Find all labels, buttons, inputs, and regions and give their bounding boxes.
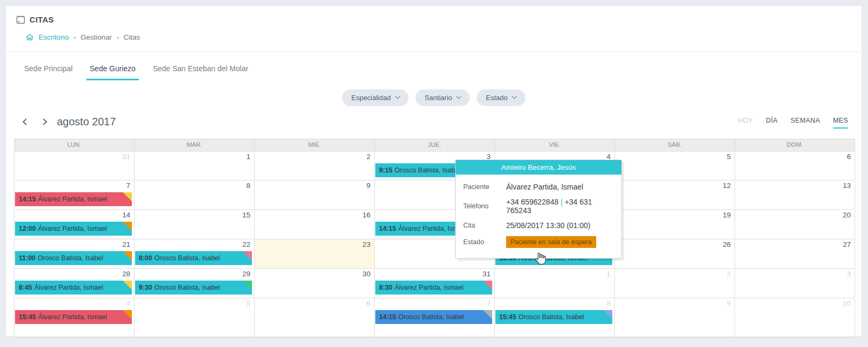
day-number: 26 [723, 240, 731, 248]
tooltip-value-cita: 25/08/2017 13:30 (01:00) [506, 221, 590, 230]
day-cell-10[interactable]: 10 [735, 298, 855, 337]
view-button-semana[interactable]: SEMANA [791, 117, 820, 129]
event-patient-name: Orosco Batista, Isabel [154, 254, 220, 262]
day-cell-26[interactable]: 26 [615, 239, 735, 268]
calendar-icon [16, 15, 25, 24]
day-cell-9[interactable]: 9 [615, 298, 735, 337]
view-button-dia[interactable]: DÍA [766, 117, 777, 129]
day-cell-9[interactable]: 9 [255, 180, 375, 209]
event-status-corner [243, 281, 252, 290]
day-cell-3[interactable]: 3 [735, 269, 855, 298]
day-cell-2[interactable]: 2 [255, 152, 375, 180]
day-cell-1[interactable]: 1 [135, 152, 255, 180]
day-cell-1[interactable]: 1 [495, 269, 615, 298]
appointment-event[interactable]: 14:15Álvarez Partida, Ismael [15, 192, 132, 206]
event-time: 11:00 [19, 254, 35, 262]
citas-panel: CITAS Escritorio•Gestionar•Citas Sede Pr… [5, 5, 862, 337]
event-time: 8:45 [19, 284, 32, 291]
day-cell-30[interactable]: 30 [255, 269, 375, 298]
day-cell-19[interactable]: 19 [615, 210, 735, 239]
tooltip-row-telefono: Teléfono+34 659622848|+34 631 765243 [456, 194, 621, 218]
day-cell-29[interactable]: 299:30Orosco Batista, Isabel [135, 269, 255, 298]
phone-separator: | [559, 198, 565, 206]
appointment-event[interactable]: 14:15Orosco Batista, Isabel [375, 310, 492, 324]
day-number: 13 [843, 182, 851, 190]
home-icon[interactable] [26, 33, 34, 41]
event-status-corner [603, 310, 612, 319]
calendar-week-row: 714:15Álvarez Partida, Ismael8910111213 [14, 180, 855, 209]
day-number: 2 [366, 153, 370, 161]
filter-especialidad-dropdown[interactable]: Especialidad [342, 89, 409, 106]
breadcrumb-separator: • [117, 34, 119, 41]
appointment-event[interactable]: 12:00Álvarez Partida, Ismael [15, 222, 132, 236]
event-status-corner [123, 310, 132, 319]
event-status-corner [483, 310, 492, 319]
day-cell-4[interactable]: 415:45Álvarez Partida, Ismael [14, 298, 135, 337]
filter-label: Estado [486, 94, 507, 102]
appointment-event[interactable]: 8:00Orosco Batista, Isabel [135, 251, 252, 265]
tooltip-value-telefono: +34 659622848|+34 631 765243 [506, 198, 614, 215]
day-cell-12[interactable]: 12 [615, 180, 735, 209]
day-cell-13[interactable]: 13 [735, 180, 855, 209]
day-cell-8[interactable]: 815:45Orosco Batista, Isabel [495, 298, 615, 337]
breadcrumb-escritorio[interactable]: Escritorio [39, 33, 69, 41]
day-header-mie: MIÉ. [255, 139, 375, 151]
prev-month-button[interactable] [22, 118, 29, 126]
view-button-mes[interactable]: MES [833, 117, 848, 129]
filter-estado-dropdown[interactable]: Estado [477, 89, 525, 106]
day-number: 3 [847, 270, 851, 278]
appointment-event[interactable]: 8:45Álvarez Partida, Ismael [15, 281, 132, 295]
next-month-button[interactable] [41, 118, 48, 126]
day-cell-27[interactable]: 27 [735, 239, 855, 268]
event-patient-name: Álvarez Partida, Ismael [38, 195, 107, 203]
calendar-week-row: 288:45Álvarez Partida, Ismael299:30Orosc… [14, 268, 855, 298]
sede-tabs: Sede PrincipalSede GuriezoSede San Esteb… [16, 58, 257, 80]
day-number: 10 [843, 299, 851, 307]
day-cell-21[interactable]: 2111:00Orosco Batista, Isabel [14, 239, 135, 268]
appointment-tooltip: Amieiro Becerra, Jesús PacienteÁlvarez P… [455, 160, 622, 259]
day-number: 15 [242, 211, 250, 219]
tab-sede-principal[interactable]: Sede Principal [16, 58, 81, 80]
day-cell-31[interactable]: 31 [14, 152, 135, 180]
day-cell-20[interactable]: 20 [735, 210, 855, 239]
breadcrumb: Escritorio•Gestionar•Citas [26, 33, 140, 41]
day-cell-31[interactable]: 318:30Álvarez Partida, Ismael [375, 269, 495, 298]
day-cell-8[interactable]: 8 [135, 180, 255, 209]
day-cell-23[interactable]: 23 [255, 239, 375, 268]
appointment-event[interactable]: 15:45Orosco Batista, Isabel [495, 310, 612, 324]
day-cell-5[interactable]: 5 [615, 152, 735, 180]
appointment-event[interactable]: 9:30Orosco Batista, Isabel [135, 281, 252, 295]
day-number: 9 [726, 299, 731, 307]
filter-label: Especialidad [351, 94, 391, 102]
event-time: 15:45 [19, 313, 36, 321]
day-cell-7[interactable]: 714:15Álvarez Partida, Ismael [14, 180, 135, 209]
day-cell-6[interactable]: 6 [255, 298, 375, 337]
day-cell-22[interactable]: 228:00Orosco Batista, Isabel [135, 239, 255, 268]
day-cell-5[interactable]: 5 [135, 298, 255, 337]
tooltip-label: Cita [463, 222, 506, 229]
day-number: 6 [366, 299, 370, 307]
day-cell-7[interactable]: 714:15Orosco Batista, Isabel [375, 298, 495, 337]
tab-sede-guriezo[interactable]: Sede Guriezo [81, 58, 144, 80]
tooltip-label: Teléfono [463, 202, 506, 210]
tooltip-label: Estado [463, 238, 506, 246]
status-badge: Paciente en sala de espera [506, 236, 596, 248]
event-patient-name: Orosco Batista, Isabel [38, 254, 103, 262]
day-cell-28[interactable]: 288:45Álvarez Partida, Ismael [14, 269, 135, 298]
day-cell-14[interactable]: 1412:00Álvarez Partida, Ismael [14, 210, 135, 239]
tab-sede-san-esteban-del-molar[interactable]: Sede San Esteban del Molar [144, 58, 257, 80]
view-button-hoy[interactable]: HOY [738, 117, 753, 129]
tooltip-body: PacienteÁlvarez Partida, IsmaelTeléfono+… [456, 175, 621, 258]
event-patient-name: Álvarez Partida, Ismael [395, 284, 464, 291]
appointment-event[interactable]: 11:00Orosco Batista, Isabel [15, 251, 132, 265]
appointment-event[interactable]: 15:45Álvarez Partida, Ismael [15, 310, 132, 324]
filter-santiario-dropdown[interactable]: Santiario [416, 89, 470, 106]
day-number: 16 [362, 211, 370, 219]
event-time: 12:00 [19, 225, 36, 232]
event-status-corner [483, 281, 492, 290]
appointment-event[interactable]: 8:30Álvarez Partida, Ismael [375, 281, 492, 295]
day-cell-6[interactable]: 6 [735, 152, 855, 180]
day-cell-2[interactable]: 2 [615, 269, 735, 298]
day-cell-16[interactable]: 16 [255, 210, 375, 239]
day-cell-15[interactable]: 15 [135, 210, 255, 239]
